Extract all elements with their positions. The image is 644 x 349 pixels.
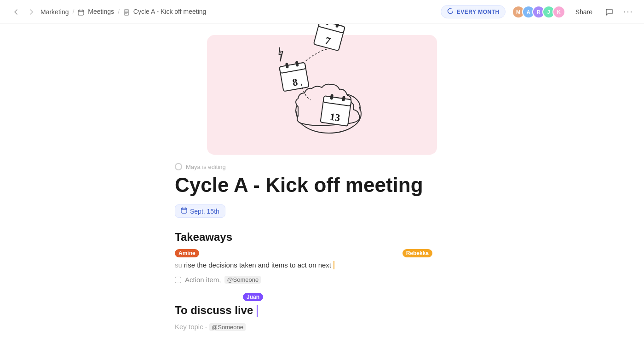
document-area: Maya is editing Cycle A - Kick off meeti… (156, 163, 488, 331)
page-title[interactable]: Cycle A - Kick off meeting (175, 174, 469, 196)
date-label: Sept, 15th (190, 208, 219, 215)
meetings-icon (78, 8, 86, 15)
hero-illustration: 7 8 13 (244, 24, 400, 153)
breadcrumb-marketing[interactable]: Marketing (40, 8, 69, 16)
main-content: 7 8 13 (0, 24, 644, 349)
nav-left: Marketing / Meetings / Cycle A - Kick of… (9, 6, 206, 18)
more-button[interactable]: ··· (622, 6, 635, 18)
takeaways-section: Takeaways Rebekka Amine surise the decis… (175, 231, 469, 284)
key-topic-prefix: Key topic - (175, 323, 207, 331)
discuss-section: Juan To discuss live Key topic - @Someon… (175, 293, 469, 331)
recurrence-badge[interactable]: Every Month (441, 5, 506, 18)
juan-cursor-label: Juan (243, 293, 263, 301)
nav-right: Every Month M A R J K Share ··· (441, 5, 635, 18)
doc-icon (123, 8, 132, 15)
share-button[interactable]: Share (572, 6, 596, 17)
key-topic-row: Key topic - @Someone (175, 323, 469, 331)
action-item-row: Action item, @Someone (175, 276, 469, 284)
amine-cursor-label: Amine (175, 249, 199, 257)
forward-button[interactable] (25, 6, 38, 18)
key-topic-mention[interactable]: @Someone (209, 323, 246, 331)
navbar: Marketing / Meetings / Cycle A - Kick of… (0, 0, 644, 24)
avatar-group: M A R J K (512, 6, 565, 18)
svg-text:13: 13 (329, 111, 341, 123)
editing-text: Maya is editing (186, 163, 226, 170)
svg-rect-0 (78, 10, 84, 15)
avatar-5: K (552, 6, 565, 18)
breadcrumb-current[interactable]: Cycle A - Kick off meeting (123, 8, 206, 15)
hero-banner: 7 8 13 (207, 35, 437, 155)
edit-circle-icon (175, 163, 182, 170)
rebekka-cursor-line (334, 261, 334, 269)
date-icon (181, 207, 187, 215)
date-badge[interactable]: Sept, 15th (175, 204, 225, 218)
back-button[interactable] (9, 6, 22, 18)
editing-indicator: Maya is editing (175, 163, 469, 170)
svg-rect-24 (181, 208, 187, 213)
juan-cursor-line (257, 305, 258, 317)
action-item-text: Action item, (185, 276, 221, 284)
breadcrumb-sep-2: / (118, 8, 120, 16)
discuss-heading: Juan To discuss live (175, 293, 469, 317)
breadcrumb-meetings[interactable]: Meetings (78, 8, 114, 15)
comment-button[interactable] (603, 6, 615, 18)
takeaways-body[interactable]: Rebekka Amine surise the decisions taken… (175, 249, 469, 269)
breadcrumb-sep-1: / (72, 8, 74, 16)
action-checkbox[interactable] (175, 277, 181, 283)
action-mention[interactable]: @Someone (224, 276, 261, 284)
recurrence-label: Every Month (457, 9, 500, 15)
takeaway-text-main: rise the decisions taken and items to ac… (184, 261, 331, 269)
takeaway-prefix: su (175, 261, 182, 269)
more-dots: ··· (623, 7, 633, 17)
recur-icon (447, 7, 454, 16)
rebekka-cursor-label: Rebekka (402, 249, 432, 257)
takeaways-heading: Takeaways (175, 231, 469, 244)
